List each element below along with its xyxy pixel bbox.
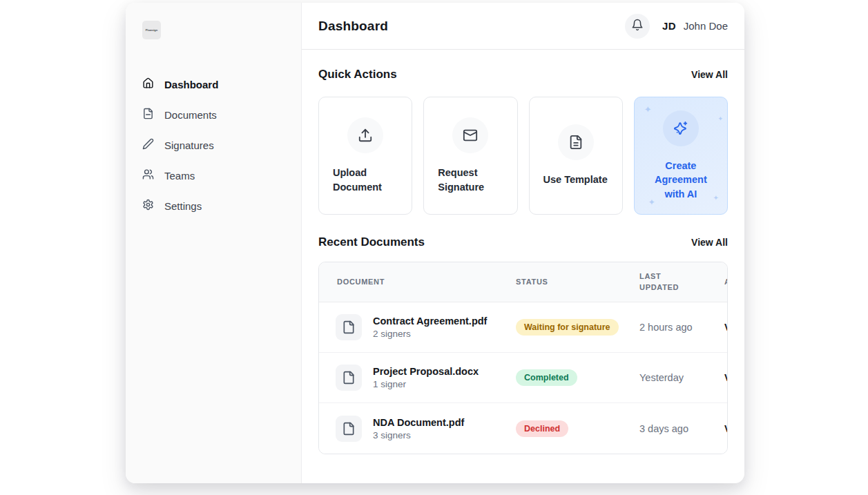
file-icon xyxy=(336,416,362,442)
avatar: JD xyxy=(662,20,676,32)
quick-actions-header: Quick Actions View All xyxy=(318,68,728,81)
sidebar-item-teams[interactable]: Teams xyxy=(142,165,284,186)
status-badge: Declined xyxy=(516,420,568,437)
column-header-actions: Actions xyxy=(724,277,728,288)
document-name: Project Proposal.docx xyxy=(373,366,479,377)
app-logo-text: Flowsign xyxy=(146,28,157,32)
document-signers: 1 signer xyxy=(373,379,479,389)
file-text-icon xyxy=(558,124,594,160)
request-signature-card[interactable]: Request Signature xyxy=(423,97,517,215)
column-header-last-updated: Last Updated xyxy=(639,271,682,293)
status-badge: Waiting for signature xyxy=(516,319,619,336)
sparkle-decoration-icon: ✦ xyxy=(717,115,723,122)
document-signers: 3 signers xyxy=(373,430,464,440)
card-label: Create Agreement with AI xyxy=(648,159,713,202)
document-signers: 2 signers xyxy=(373,329,487,339)
sparkle-decoration-icon: ✦ xyxy=(644,104,652,115)
recent-documents-header: Recent Documents View All xyxy=(318,235,728,249)
sidebar-item-label: Settings xyxy=(164,200,202,212)
document-icon xyxy=(142,108,154,122)
content: Quick Actions View All Upload Document R… xyxy=(302,50,744,483)
view-button[interactable]: View xyxy=(724,372,728,383)
card-label: Upload Document xyxy=(333,166,398,194)
pen-icon xyxy=(142,138,154,152)
notifications-button[interactable] xyxy=(625,14,650,39)
table-row[interactable]: NDA Document.pdf 3 signers Declined 3 da… xyxy=(319,403,728,454)
column-header-status: Status xyxy=(516,277,639,288)
table-header-row: Document Status Last Updated Actions xyxy=(319,262,728,302)
create-agreement-ai-card[interactable]: ✦ ✦ ✦ ✦ Create Agreement with AI xyxy=(634,97,728,215)
sidebar-item-label: Documents xyxy=(164,109,217,121)
column-header-document: Document xyxy=(319,277,516,288)
use-template-card[interactable]: Use Template xyxy=(529,97,623,215)
sidebar-item-label: Teams xyxy=(164,170,195,182)
mail-icon xyxy=(452,117,488,153)
home-icon xyxy=(142,77,154,91)
main-area: Dashboard JD John Doe Quick Actions View… xyxy=(302,3,744,483)
sidebar-item-settings[interactable]: Settings xyxy=(142,195,284,216)
sidebar-item-label: Dashboard xyxy=(164,79,218,90)
upload-icon xyxy=(347,117,383,153)
page-title: Dashboard xyxy=(318,19,388,34)
recent-documents-view-all-link[interactable]: View All xyxy=(691,237,728,248)
user-menu[interactable]: JD John Doe xyxy=(662,20,728,32)
quick-actions-title: Quick Actions xyxy=(318,68,397,81)
sidebar-item-signatures[interactable]: Signatures xyxy=(142,135,284,155)
bell-icon xyxy=(631,19,644,34)
sidebar-nav: Dashboard Documents Signatures Teams xyxy=(142,74,284,216)
sidebar-item-dashboard[interactable]: Dashboard xyxy=(142,74,284,95)
sidebar: Flowsign Dashboard Documents Signatures xyxy=(126,3,302,483)
document-name: NDA Document.pdf xyxy=(373,417,464,428)
view-button[interactable]: View xyxy=(724,423,728,434)
table-row[interactable]: Contract Agreement.pdf 2 signers Waiting… xyxy=(319,302,728,353)
quick-action-cards: Upload Document Request Signature Use Te… xyxy=(318,97,728,215)
sparkle-decoration-icon: ✦ xyxy=(713,194,719,202)
sparkle-decoration-icon: ✦ xyxy=(648,197,655,207)
app-logo[interactable]: Flowsign xyxy=(142,21,161,39)
table-row[interactable]: Project Proposal.docx 1 signer Completed… xyxy=(319,353,728,403)
upload-document-card[interactable]: Upload Document xyxy=(318,97,412,215)
status-badge: Completed xyxy=(516,369,577,386)
topbar-right: JD John Doe xyxy=(625,14,728,39)
sidebar-item-label: Signatures xyxy=(164,139,214,151)
file-icon xyxy=(336,365,362,391)
view-button[interactable]: View xyxy=(724,322,728,333)
app-window: Flowsign Dashboard Documents Signatures xyxy=(126,3,744,483)
last-updated: 2 hours ago xyxy=(639,322,724,333)
gear-icon xyxy=(142,199,154,213)
card-label: Use Template xyxy=(543,173,608,187)
last-updated: Yesterday xyxy=(639,372,724,383)
file-icon xyxy=(336,314,362,340)
recent-documents-title: Recent Documents xyxy=(318,235,425,249)
document-name: Contract Agreement.pdf xyxy=(373,316,487,327)
quick-actions-view-all-link[interactable]: View All xyxy=(691,69,728,80)
users-icon xyxy=(142,168,154,182)
topbar: Dashboard JD John Doe xyxy=(302,3,744,50)
sidebar-item-documents[interactable]: Documents xyxy=(142,104,284,125)
card-label: Request Signature xyxy=(438,166,503,194)
recent-documents-table: Document Status Last Updated Actions Con… xyxy=(318,262,728,454)
last-updated: 3 days ago xyxy=(639,423,724,434)
user-name: John Doe xyxy=(684,20,728,32)
sparkles-icon xyxy=(663,110,699,146)
